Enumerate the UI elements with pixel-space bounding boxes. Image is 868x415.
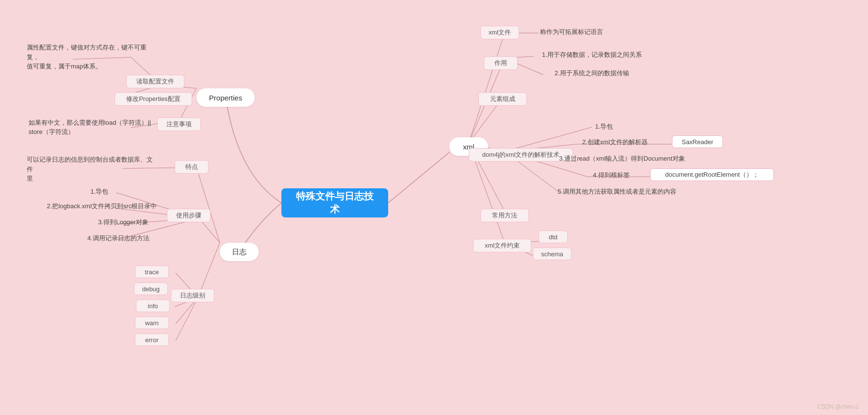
node-xml-parse5: 5.调用其他方法获取属性或者是元素的内容 xyxy=(554,185,680,198)
node-prop-note: 注意事项 xyxy=(157,117,201,131)
node-step4: 4.调用记录日志的方法 xyxy=(72,232,165,245)
node-xml-file-desc: 称作为可拓展标记语言 xyxy=(529,26,614,38)
node-feature: 特点 xyxy=(175,160,209,174)
svg-line-20 xyxy=(469,33,505,143)
node-xml-parse2b: SaxReader xyxy=(672,135,723,148)
node-properties: Properties xyxy=(197,88,255,107)
node-prop-note-desc: 如果有中文，那么需要使用load（字符流）|| store（字符流） xyxy=(27,116,153,139)
node-xml-use2: 2.用于系统之间的数据传输 xyxy=(539,67,645,80)
node-feature-desc: 可以记录日志的信息到控制台或者数据库、文件 里 xyxy=(27,158,153,180)
node-debug: debug xyxy=(134,282,168,295)
node-xml-parse4: 4.得到根标签 xyxy=(582,169,640,182)
node-xml-methods: 常用方法 xyxy=(480,209,529,222)
svg-line-7 xyxy=(197,167,220,243)
node-xml-parse: dom4j的xml文件的解析技术 xyxy=(469,148,573,162)
center-node: 特殊文件与日志技术 xyxy=(281,188,388,217)
node-prop-modify: 修改Properties配置 xyxy=(115,92,192,106)
node-xml-parse1: 1.导包 xyxy=(585,120,623,133)
node-xml-parse2: 2.创建xml文件的解析器 xyxy=(570,136,660,149)
node-prop-read: 读取配置文件 xyxy=(126,75,184,88)
node-xml-parse3: 3.通过read（xml输入流）得到Document对象 xyxy=(559,152,685,165)
node-step1: 1.导包 xyxy=(75,185,124,198)
node-xml-file: xml文件 xyxy=(480,26,519,39)
node-info: info xyxy=(136,299,170,312)
svg-line-19 xyxy=(176,298,198,341)
node-xml-use1: 1.用于存储数据，记录数据之间关系 xyxy=(529,49,655,61)
node-xml-use: 作用 xyxy=(484,56,518,70)
node-steps: 使用步骤 xyxy=(167,209,211,222)
mindmap: 特殊文件与日志技术 Properties 属性配置文件，键值对方式存在，键不可重… xyxy=(0,0,868,415)
node-rizhi: 日志 xyxy=(220,243,259,261)
node-xml-dtd: dtd xyxy=(539,231,568,243)
node-step2: 2.把logback.xml文件拷贝到src根目录中 xyxy=(39,200,165,213)
node-error: error xyxy=(135,333,169,346)
node-xml-schema: schema xyxy=(533,248,572,260)
node-step3: 3.得到Logger对象 xyxy=(82,216,164,229)
node-warn: warn xyxy=(135,316,169,329)
watermark: CSDN @chen.c xyxy=(817,403,858,410)
node-xml-constraint: xml文件约束 xyxy=(473,239,531,252)
node-xml-parse4b: document.getRootElement（）； xyxy=(650,168,774,181)
node-xml-elem: 元素组成 xyxy=(478,92,527,106)
node-prop-desc: 属性配置文件，键值对方式存在，键不可重复， 值可重复，属于map体系。 xyxy=(27,44,153,70)
node-level: 日志级别 xyxy=(171,289,214,302)
node-trace: trace xyxy=(135,266,169,278)
